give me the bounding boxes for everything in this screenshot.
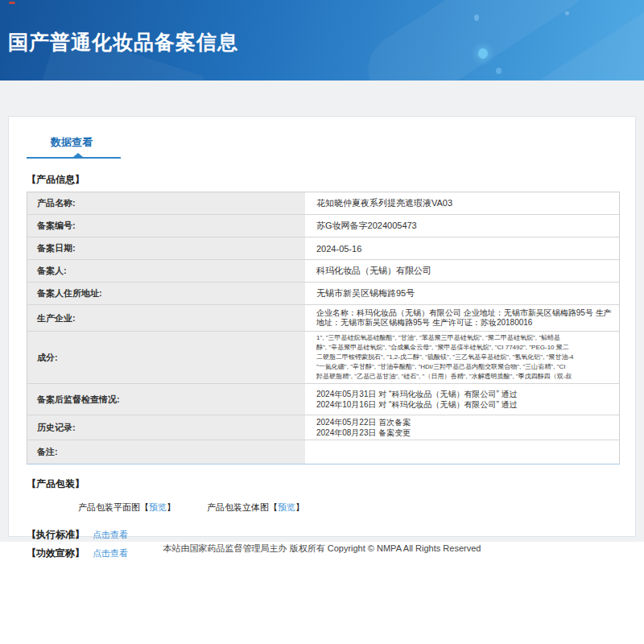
package-flat-item: 产品包装平面图【预览】 [78, 502, 178, 512]
history-record: 2024年08月23日 备案变更 [316, 427, 614, 438]
bracket-open: 【 [140, 502, 149, 512]
row-label: 历史记录: [27, 415, 305, 440]
row-value: 花知晓仲夏夜系列提亮遮瑕液VA03 [305, 192, 619, 214]
manufacturer-value: 企业名称：科玛化妆品（无锡）有限公司 企业地址：无锡市新吴区锡梅路95号 生产地… [316, 308, 614, 328]
table-row: 成分: 1", "三甲基硅烷氧基硅酸酯", "甘油", "苯基聚三甲基硅氧烷",… [27, 331, 619, 383]
package-preview-row: 产品包装平面图【预览】 产品包装立体图【预览】 [78, 502, 617, 514]
page-banner: 国产普通化妆品备案信息 [0, 0, 644, 80]
row-label: 备案编号: [27, 215, 305, 237]
table-row: 历史记录: 2024年05月22日 首次备案 2024年08月23日 备案变更 [27, 415, 619, 440]
table-row: 备案日期: 2024-05-16 [27, 237, 619, 259]
table-row: 生产企业: 企业名称：科玛化妆品（无锡）有限公司 企业地址：无锡市新吴区锡梅路9… [27, 304, 619, 331]
banner-decor-dot [496, 68, 502, 74]
supervision-record: 2024年10月16日 对 “科玛化妆品（无锡）有限公司” 通过 [316, 399, 614, 410]
package-stereo-item: 产品包装立体图【预览】 [207, 502, 304, 512]
ingredient-line: 二硬脂二甲铵锂蒙脱石", "1,2-戊二醇", "硫酸镁", "三乙氧基辛基硅烷… [316, 353, 614, 362]
history-record: 2024年05月22日 首次备案 [316, 417, 614, 427]
record-number-value: 苏G妆网备字2024005473 [316, 220, 614, 232]
row-label: 成分: [27, 332, 305, 383]
row-label: 备注: [27, 440, 305, 464]
product-package-title: 【产品包装】 [27, 477, 617, 491]
table-row: 备案人: 科玛化妆品（无锡）有限公司 [27, 259, 619, 282]
remark-value [305, 440, 619, 464]
row-value: 无锡市新吴区锡梅路95号 [305, 283, 619, 304]
product-package-section: 【产品包装】 产品包装平面图【预览】 产品包装立体图【预览】 [27, 477, 617, 514]
row-label: 备案人住所地址: [27, 283, 305, 304]
row-label: 备案日期: [27, 237, 305, 259]
ingredient-line: "一氮化硼", "辛甘醇", "甘油辛酸酯", "HDI/三羟甲基己基内酯交联聚… [316, 362, 614, 372]
history-value: 2024年05月22日 首次备案 2024年08月23日 备案变更 [305, 415, 619, 440]
supervision-record: 2024年05月31日 对 “科玛化妆品（无锡）有限公司” 通过 [316, 389, 614, 399]
tab-data-view[interactable]: 数据查看 [51, 135, 93, 157]
content-card: 数据查看 【产品信息】 产品名称: 花知晓仲夏夜系列提亮遮瑕液VA03 备案编号… [8, 116, 636, 537]
row-label: 备案后监督检查情况: [27, 384, 305, 415]
registrant-value: 科玛化妆品（无锡）有限公司 [316, 265, 614, 277]
supervision-value: 2024年05月31日 对 “科玛化妆品（无锡）有限公司” 通过 2024年10… [305, 384, 619, 415]
bracket-open: 【 [269, 502, 278, 512]
product-info-title: 【产品信息】 [27, 173, 617, 187]
row-label: 生产企业: [27, 305, 305, 331]
registrant-address-value: 无锡市新吴区锡梅路95号 [316, 287, 614, 299]
row-label: 产品名称: [27, 192, 305, 214]
row-value: 科玛化妆品（无锡）有限公司 [305, 260, 619, 282]
ingredient-line: 1", "三甲基硅烷氧基硅酸酯", "甘油", "苯基聚三甲基硅氧烷", "聚二… [316, 333, 614, 343]
banner-red-artifact [9, 2, 15, 4]
tab-pointer-triangle [73, 153, 83, 157]
package-stereo-preview-link[interactable]: 预览 [278, 502, 295, 512]
row-value: 企业名称：科玛化妆品（无锡）有限公司 企业地址：无锡市新吴区锡梅路95号 生产地… [305, 305, 619, 331]
banner-decor-dot [565, 11, 569, 15]
package-flat-label: 产品包装平面图 [78, 502, 140, 512]
footer: 本站由国家药品监督管理局主办 版权所有 Copyright © NMPA All… [0, 537, 644, 559]
ingredients-value: 1", "三甲基硅烷氧基硅酸酯", "甘油", "苯基聚三甲基硅氧烷", "聚二… [305, 332, 619, 383]
table-row: 备案后监督检查情况: 2024年05月31日 对 “科玛化妆品（无锡）有限公司”… [27, 383, 619, 415]
table-row: 备案人住所地址: 无锡市新吴区锡梅路95号 [27, 282, 619, 304]
tab-active-underline [27, 157, 121, 159]
page-background: 数据查看 【产品信息】 产品名称: 花知晓仲夏夜系列提亮遮瑕液VA03 备案编号… [0, 80, 644, 542]
package-stereo-label: 产品包装立体图 [207, 502, 269, 512]
product-info-section: 【产品信息】 产品名称: 花知晓仲夏夜系列提亮遮瑕液VA03 备案编号: 苏G妆… [27, 173, 617, 464]
table-row: 备案编号: 苏G妆网备字2024005473 [27, 214, 619, 237]
tab-bar: 数据查看 [9, 117, 635, 159]
ingredient-line: 醇", "辛基聚甲基硅氧烷", "合成氟金云母", "聚甲基倍半硅氧烷", "C… [316, 343, 614, 353]
product-info-table: 产品名称: 花知晓仲夏夜系列提亮遮瑕液VA03 备案编号: 苏G妆网备字2024… [27, 192, 620, 464]
table-row: 产品名称: 花知晓仲夏夜系列提亮遮瑕液VA03 [27, 192, 619, 214]
banner-decor-dot [478, 48, 488, 59]
row-value: 2024-05-16 [305, 237, 619, 259]
row-label: 备案人: [27, 260, 305, 282]
bracket-close: 】 [295, 502, 304, 512]
bracket-close: 】 [167, 502, 175, 512]
table-row: 备注: [27, 440, 619, 464]
record-date-value: 2024-05-16 [316, 244, 614, 254]
ingredient-line: 羟基硬脂精", "乙基己基甘油", "硅石", "（日用）香精", "水解透明质… [316, 372, 614, 382]
banner-decor-dot [474, 14, 479, 21]
row-value: 苏G妆网备字2024005473 [305, 215, 619, 237]
page-title: 国产普通化妆品备案信息 [8, 29, 238, 56]
package-flat-preview-link[interactable]: 预览 [149, 502, 167, 512]
footer-text: 本站由国家药品监督管理局主办 版权所有 Copyright © NMPA All… [163, 543, 481, 553]
product-name-value: 花知晓仲夏夜系列提亮遮瑕液VA03 [316, 197, 614, 209]
